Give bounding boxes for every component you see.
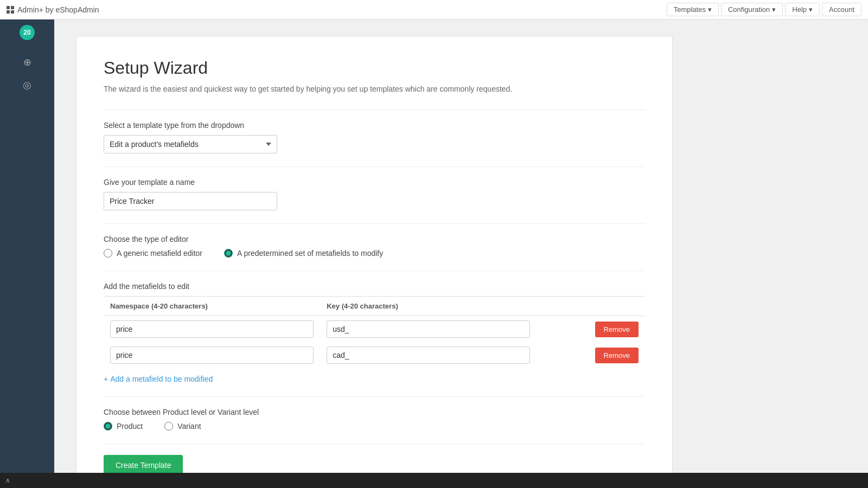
bottom-bar: ∧: [0, 473, 868, 488]
content-card: Setup Wizard The wizard is the easiest a…: [76, 36, 673, 488]
page-subtitle: The wizard is the easiest and quickest w…: [104, 85, 645, 93]
dropdown-arrow-icon: ▾: [809, 5, 813, 14]
template-type-section: Select a template type from the dropdown…: [104, 121, 645, 153]
remove-button-1[interactable]: Remove: [595, 322, 639, 337]
plus-icon[interactable]: ⊕: [23, 56, 31, 68]
template-name-label: Give your template a name: [104, 178, 645, 187]
generic-editor-radio-label[interactable]: A generic metafield editor: [104, 249, 202, 258]
metafields-label: Add the metafields to edit: [104, 282, 645, 291]
add-metafield-link[interactable]: + Add a metafield to be modified: [104, 375, 213, 383]
product-level-label: Product: [117, 422, 143, 431]
remove-button-2[interactable]: Remove: [595, 348, 639, 363]
logo: Admin+ by eShopAdmin: [7, 5, 99, 14]
metafields-table: Namespace (4-20 characters) Key (4-20 ch…: [104, 296, 645, 368]
predetermined-editor-radio-label[interactable]: A predetermined set of metafields to mod…: [224, 249, 383, 258]
level-radio-group: Product Variant: [104, 422, 645, 431]
main-content: Setup Wizard The wizard is the easiest a…: [54, 20, 868, 488]
plus-icon: +: [104, 375, 108, 383]
predetermined-editor-label: A predetermined set of metafields to mod…: [237, 249, 383, 258]
product-level-radio[interactable]: [104, 422, 112, 431]
configuration-button[interactable]: Configuration ▾: [721, 3, 783, 16]
editor-type-section: Choose the type of editor A generic meta…: [104, 235, 645, 258]
top-navigation: Admin+ by eShopAdmin Templates ▾ Configu…: [0, 0, 868, 20]
variant-level-radio-label[interactable]: Variant: [164, 422, 201, 431]
template-name-section: Give your template a name: [104, 178, 645, 210]
bottom-bar-button[interactable]: ∧: [5, 477, 10, 484]
page-title: Setup Wizard: [104, 58, 645, 78]
product-level-radio-label[interactable]: Product: [104, 422, 143, 431]
template-type-select[interactable]: Edit a product's metafields Edit a varia…: [104, 135, 277, 153]
metafields-section: Add the metafields to edit Namespace (4-…: [104, 282, 645, 383]
level-section: Choose between Product level or Variant …: [104, 408, 645, 431]
variant-level-label: Variant: [177, 422, 201, 431]
key-input-1[interactable]: [327, 320, 530, 338]
notification-badge: 20: [20, 25, 35, 40]
generic-editor-radio[interactable]: [104, 249, 112, 258]
editor-type-radio-group: A generic metafield editor A predetermin…: [104, 249, 645, 258]
eye-icon[interactable]: ◎: [23, 79, 31, 91]
table-row: Remove: [104, 342, 645, 368]
key-input-2[interactable]: [327, 346, 530, 364]
key-col-header: Key (4-20 characters): [320, 297, 537, 316]
namespace-input-1[interactable]: [110, 320, 314, 338]
templates-button[interactable]: Templates ▾: [667, 3, 719, 16]
logo-icon: [7, 6, 14, 14]
template-name-input[interactable]: [104, 192, 277, 210]
action-col-header: [537, 297, 645, 316]
level-label: Choose between Product level or Variant …: [104, 408, 645, 416]
add-metafield-text: Add a metafield to be modified: [110, 375, 213, 383]
nav-buttons: Templates ▾ Configuration ▾ Help ▾ Accou…: [667, 3, 861, 16]
sidebar: 20 ⊕ ◎: [0, 20, 54, 488]
dropdown-arrow-icon: ▾: [708, 5, 712, 14]
namespace-input-2[interactable]: [110, 346, 314, 364]
generic-editor-label: A generic metafield editor: [117, 249, 202, 258]
dropdown-arrow-icon: ▾: [772, 5, 776, 14]
help-button[interactable]: Help ▾: [785, 3, 820, 16]
select-template-label: Select a template type from the dropdown: [104, 121, 645, 130]
table-row: Remove: [104, 316, 645, 343]
account-button[interactable]: Account: [822, 3, 861, 16]
logo-text: Admin+ by eShopAdmin: [17, 5, 99, 14]
predetermined-editor-radio[interactable]: [224, 249, 233, 258]
editor-type-label: Choose the type of editor: [104, 235, 645, 243]
variant-level-radio[interactable]: [164, 422, 173, 431]
namespace-col-header: Namespace (4-20 characters): [104, 297, 320, 316]
